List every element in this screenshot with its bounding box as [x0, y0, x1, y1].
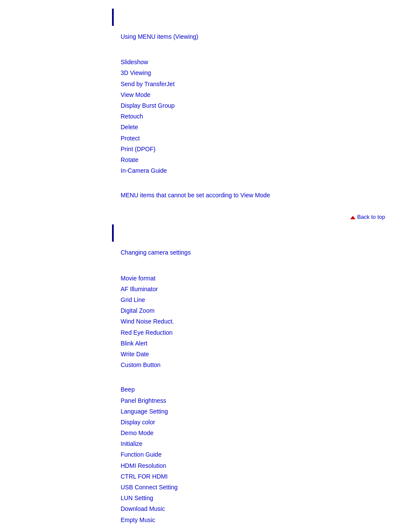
link-display-burst-group[interactable]: Display Burst Group [121, 100, 411, 111]
link-language-setting[interactable]: Language Setting [121, 406, 411, 417]
link-delete[interactable]: Delete [121, 122, 411, 133]
link-menu-items-cannot-set[interactable]: MENU items that cannot be set according … [121, 190, 411, 201]
link-wind-noise-reduct[interactable]: Wind Noise Reduct. [121, 316, 411, 327]
link-panel-brightness[interactable]: Panel Brightness [121, 395, 411, 406]
link-in-camera-guide[interactable]: In-Camera Guide [121, 165, 411, 176]
link-beep[interactable]: Beep [121, 384, 411, 395]
link-usb-connect-setting[interactable]: USB Connect Setting [121, 482, 411, 493]
link-function-guide[interactable]: Function Guide [121, 449, 411, 460]
viewing-links-group-2: MENU items that cannot be set according … [121, 190, 411, 201]
link-print-dpof[interactable]: Print (DPOF) [121, 144, 411, 155]
triangle-icon [350, 216, 355, 219]
camera-links-group-2: Beep Panel Brightness Language Setting D… [121, 384, 411, 525]
link-rotate[interactable]: Rotate [121, 155, 411, 165]
link-display-color[interactable]: Display color [121, 417, 411, 428]
link-custom-button[interactable]: Custom Button [121, 360, 411, 370]
back-to-top: Back to top [0, 214, 385, 220]
link-empty-music[interactable]: Empty Music [121, 515, 411, 526]
viewing-heading[interactable]: Using MENU items (Viewing) [121, 31, 411, 42]
link-digital-zoom[interactable]: Digital Zoom [121, 305, 411, 316]
vertical-bar-1 [112, 9, 114, 26]
camera-links-group-1: Movie format AF Illuminator Grid Line Di… [121, 273, 411, 371]
link-demo-mode[interactable]: Demo Mode [121, 428, 411, 439]
camera-settings-heading[interactable]: Changing camera settings [121, 247, 411, 258]
link-blink-alert[interactable]: Blink Alert [121, 338, 411, 349]
link-movie-format[interactable]: Movie format [121, 273, 411, 284]
link-retouch[interactable]: Retouch [121, 111, 411, 122]
page-container: Using MENU items (Viewing) Slideshow 3D … [0, 0, 411, 532]
viewing-section: Using MENU items (Viewing) Slideshow 3D … [121, 31, 411, 201]
link-download-music[interactable]: Download Music [121, 504, 411, 514]
link-slideshow[interactable]: Slideshow [121, 57, 411, 68]
link-grid-line[interactable]: Grid Line [121, 295, 411, 305]
vertical-bar-2 [112, 224, 114, 242]
viewing-links-group-1: Slideshow 3D Viewing Send by TransferJet… [121, 57, 411, 176]
back-to-top-link[interactable]: Back to top [350, 214, 385, 220]
camera-settings-section: Changing camera settings Movie format AF… [121, 247, 411, 525]
link-3d-viewing[interactable]: 3D Viewing [121, 68, 411, 78]
link-ctrl-for-hdmi[interactable]: CTRL FOR HDMI [121, 471, 411, 482]
link-af-illuminator[interactable]: AF Illuminator [121, 284, 411, 295]
link-view-mode[interactable]: View Mode [121, 90, 411, 100]
link-red-eye-reduction[interactable]: Red Eye Reduction [121, 327, 411, 338]
link-write-date[interactable]: Write Date [121, 349, 411, 360]
link-initialize[interactable]: Initialize [121, 439, 411, 449]
link-protect[interactable]: Protect [121, 133, 411, 144]
link-lun-setting[interactable]: LUN Setting [121, 493, 411, 504]
link-hdmi-resolution[interactable]: HDMI Resolution [121, 460, 411, 471]
link-send-by-transferjet[interactable]: Send by TransferJet [121, 79, 411, 90]
